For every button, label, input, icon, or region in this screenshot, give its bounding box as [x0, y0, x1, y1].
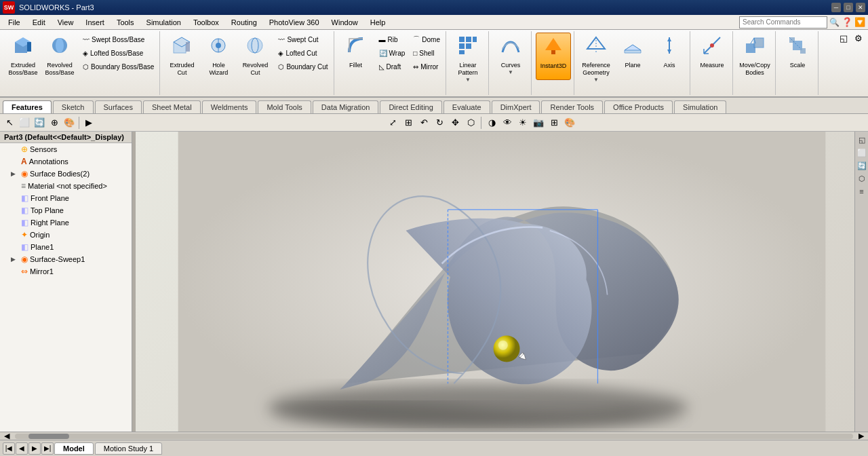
- scale-button[interactable]: Scale: [780, 33, 815, 80]
- measure-button[interactable]: Measure: [694, 33, 730, 80]
- menu-simulation[interactable]: Simulation: [141, 17, 186, 28]
- boundary-cut-button[interactable]: ⬡ Boundary Cut: [275, 60, 330, 73]
- revolved-boss-button[interactable]: Revolved Boss/Base: [42, 33, 77, 80]
- sidebar-item-surface-bodies[interactable]: ▶ ◉ Surface Bodies(2): [0, 168, 132, 180]
- center-icon[interactable]: ⊕: [47, 116, 61, 130]
- minimize-button[interactable]: ─: [831, 3, 841, 12]
- reference-geometry-button[interactable]: Reference Geometry ▼: [578, 33, 614, 80]
- hole-wizard-button[interactable]: Hole Wizard: [201, 33, 236, 80]
- move-copy-button[interactable]: Move/Copy Bodies: [737, 33, 772, 80]
- motion-study-tab[interactable]: Motion Study 1: [95, 442, 162, 455]
- view-color-icon[interactable]: 🎨: [563, 116, 576, 130]
- menu-insert[interactable]: Insert: [80, 17, 110, 28]
- expand-icon[interactable]: ◱: [837, 31, 850, 45]
- sidebar-item-material[interactable]: ≡ Material <not specified>: [0, 180, 132, 192]
- linear-pattern-button[interactable]: Linear Pattern ▼: [450, 33, 486, 80]
- menu-toolbox[interactable]: Toolbox: [188, 17, 224, 28]
- sidebar-item-top-plane[interactable]: ◧ Top Plane: [0, 204, 132, 216]
- tab-direct-editing[interactable]: Direct Editing: [380, 100, 441, 113]
- curves-button[interactable]: Curves ▼: [493, 33, 528, 80]
- rp-icon-2[interactable]: ⬜: [856, 147, 867, 158]
- 3d-viewport[interactable]: ◱ ⬜ 🔄 ⬡ ≡: [136, 132, 868, 432]
- rp-icon-3[interactable]: 🔄: [856, 160, 867, 171]
- menu-window[interactable]: Window: [326, 17, 363, 28]
- boundary-boss-button[interactable]: ⬡ Boundary Boss/Base: [80, 60, 157, 73]
- sidebar-item-right-plane[interactable]: ◧ Right Plane: [0, 216, 132, 229]
- tab-weldments[interactable]: Weldments: [202, 100, 257, 113]
- nav-first-button[interactable]: |◀: [3, 442, 15, 455]
- revolved-cut-button[interactable]: Revolved Cut: [237, 33, 273, 80]
- zoom-area-icon[interactable]: ⊞: [401, 116, 415, 130]
- fillet-button[interactable]: Fillet: [338, 33, 374, 80]
- lofted-boss-button[interactable]: ◈ Lofted Boss/Base: [80, 46, 157, 60]
- rotate-icon[interactable]: ↻: [433, 116, 446, 130]
- rp-icon-5[interactable]: ≡: [856, 186, 867, 197]
- nav-prev-button[interactable]: ◀: [16, 442, 28, 455]
- expand-arrow[interactable]: ▶: [82, 116, 96, 130]
- sidebar-item-front-plane[interactable]: ◧ Front Plane: [0, 192, 132, 204]
- maximize-button[interactable]: □: [844, 3, 853, 12]
- sidebar-item-plane1[interactable]: ◧ Plane1: [0, 241, 132, 253]
- menu-edit[interactable]: Edit: [27, 17, 51, 28]
- help-icon[interactable]: ❓: [842, 17, 852, 27]
- lofted-cut-button[interactable]: ◈ Lofted Cut: [275, 46, 330, 60]
- extruded-cut-button[interactable]: Extruded Cut: [164, 33, 199, 80]
- sidebar-item-surface-sweep1[interactable]: ▶ ◉ Surface-Sweep1: [0, 253, 132, 265]
- scroll-left-button[interactable]: ◀: [0, 432, 14, 440]
- menu-help[interactable]: Help: [365, 17, 391, 28]
- sidebar-item-annotations[interactable]: A Annotations: [0, 155, 132, 168]
- pan-icon[interactable]: ✥: [448, 116, 462, 130]
- tab-dimxpert[interactable]: DimXpert: [492, 100, 540, 113]
- tab-surfaces[interactable]: Surfaces: [95, 100, 142, 113]
- display-style-icon[interactable]: ◑: [485, 116, 498, 130]
- scroll-track[interactable]: [15, 434, 853, 439]
- rib-button[interactable]: ▬ Rib: [376, 33, 408, 46]
- dome-button[interactable]: ⌒ Dome: [410, 33, 443, 46]
- render-icon[interactable]: 🎨: [62, 116, 76, 130]
- menu-photoview[interactable]: PhotoView 360: [264, 17, 325, 28]
- axis-button[interactable]: Axis: [652, 33, 687, 80]
- minimize-icon[interactable]: 🔽: [854, 17, 865, 27]
- scroll-thumb[interactable]: [28, 434, 69, 439]
- tab-sheet-metal[interactable]: Sheet Metal: [143, 100, 201, 113]
- lights-icon[interactable]: ☀: [516, 116, 530, 130]
- section-view-icon[interactable]: ⊞: [547, 116, 561, 130]
- plane-button[interactable]: Plane: [615, 33, 650, 80]
- camera-icon[interactable]: 📷: [532, 116, 545, 130]
- tab-mold-tools[interactable]: Mold Tools: [258, 100, 311, 113]
- sketch-icon[interactable]: ⬜: [18, 116, 31, 130]
- shell-button[interactable]: □ Shell: [410, 46, 443, 60]
- sidebar-item-origin[interactable]: ✦ Origin: [0, 229, 132, 241]
- tab-render-tools[interactable]: Render Tools: [541, 100, 603, 113]
- horizontal-scrollbar[interactable]: ◀ ▶: [0, 432, 868, 440]
- menu-view[interactable]: View: [52, 17, 79, 28]
- sidebar-item-sensors[interactable]: ⊕ Sensors: [0, 143, 132, 155]
- nav-last-button[interactable]: ▶|: [41, 442, 54, 455]
- extruded-boss-button[interactable]: Extruded Boss/Base: [5, 33, 41, 80]
- wrap-button[interactable]: 🔄 Wrap: [376, 46, 408, 60]
- search-input[interactable]: [739, 16, 827, 28]
- close-button[interactable]: ✕: [856, 3, 865, 12]
- hide-show-icon[interactable]: 👁: [500, 116, 514, 130]
- tab-office-products[interactable]: Office Products: [604, 100, 673, 113]
- instant3d-button[interactable]: Instant3D: [536, 33, 571, 80]
- mirror-button[interactable]: ⇔ Mirror: [410, 60, 443, 73]
- tab-simulation[interactable]: Simulation: [674, 100, 726, 113]
- prev-view-icon[interactable]: ↶: [417, 116, 431, 130]
- feature-icon[interactable]: 🔄: [33, 116, 46, 130]
- menu-file[interactable]: File: [3, 17, 26, 28]
- scroll-right-button[interactable]: ▶: [854, 432, 868, 440]
- swept-cut-button[interactable]: 〰 Swept Cut: [275, 33, 330, 46]
- tab-data-migration[interactable]: Data Migration: [313, 100, 379, 113]
- menu-tools[interactable]: Tools: [111, 17, 140, 28]
- rp-icon-1[interactable]: ◱: [856, 134, 867, 145]
- draft-button[interactable]: ◺ Draft: [376, 60, 408, 73]
- options-icon[interactable]: ⚙: [852, 31, 865, 45]
- sidebar-item-mirror1[interactable]: ⇔ Mirror1: [0, 265, 132, 278]
- model-tab[interactable]: Model: [54, 442, 94, 455]
- tab-features[interactable]: Features: [3, 100, 52, 113]
- rp-icon-4[interactable]: ⬡: [856, 173, 867, 184]
- tab-evaluate[interactable]: Evaluate: [443, 100, 490, 113]
- nav-next-button[interactable]: ▶: [28, 442, 41, 455]
- tab-sketch[interactable]: Sketch: [53, 100, 94, 113]
